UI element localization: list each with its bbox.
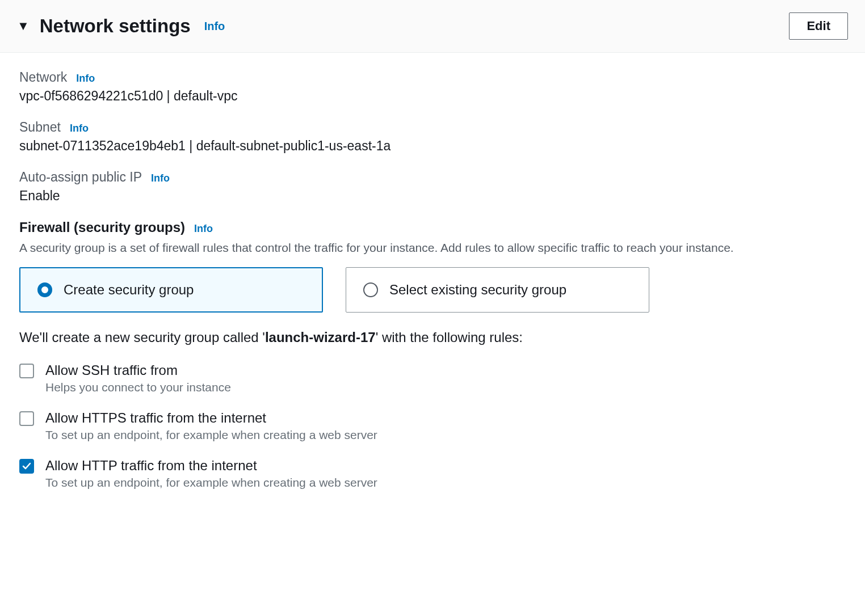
field-value-auto-ip: Enable [19,188,846,204]
field-value-subnet: subnet-0711352ace19b4eb1 | default-subne… [19,138,846,154]
section-content: Network Info vpc-0f5686294221c51d0 | def… [0,53,865,528]
info-link-auto-ip[interactable]: Info [151,172,170,184]
radio-icon [37,282,52,297]
checkbox-allow-https[interactable] [19,411,34,426]
collapse-triangle-icon[interactable]: ▼ [17,20,30,32]
edit-button[interactable]: Edit [789,12,848,40]
sg-create-description: We'll create a new security group called… [19,330,846,345]
field-firewall: Firewall (security groups) Info A securi… [19,220,846,490]
network-settings-panel: ▼ Network settings Info Edit Network Inf… [0,0,865,528]
rule-allow-http: Allow HTTP traffic from the internet To … [19,458,846,490]
radio-label-select: Select existing security group [389,282,566,298]
rule-help-http: To set up an endpoint, for example when … [45,476,377,490]
section-header-left: ▼ Network settings Info [17,15,225,37]
rule-help-https: To set up an endpoint, for example when … [45,428,377,442]
rule-help-ssh: Helps you connect to your instance [45,381,231,394]
section-title: Network settings [40,15,191,37]
field-value-network: vpc-0f5686294221c51d0 | default-vpc [19,88,846,104]
rule-label-ssh: Allow SSH traffic from [45,362,231,378]
firewall-description: A security group is a set of firewall ru… [19,239,825,257]
radio-select-existing-security-group[interactable]: Select existing security group [346,267,649,313]
rule-allow-ssh: Allow SSH traffic from Helps you connect… [19,362,846,394]
checkmark-icon [22,462,31,471]
field-subnet: Subnet Info subnet-0711352ace19b4eb1 | d… [19,120,846,154]
sg-radio-group: Create security group Select existing se… [19,267,846,313]
field-auto-assign-public-ip: Auto-assign public IP Info Enable [19,170,846,204]
radio-label-create: Create security group [64,282,194,298]
field-label-auto-ip: Auto-assign public IP [19,170,142,185]
checkbox-allow-ssh[interactable] [19,364,34,378]
radio-create-security-group[interactable]: Create security group [19,267,323,313]
field-label-network: Network [19,70,67,85]
rule-allow-https: Allow HTTPS traffic from the internet To… [19,410,846,442]
sg-name: launch-wizard-17 [265,330,376,345]
field-network: Network Info vpc-0f5686294221c51d0 | def… [19,70,846,104]
rule-label-http: Allow HTTP traffic from the internet [45,458,377,474]
info-link-network-settings[interactable]: Info [204,20,225,33]
info-link-network[interactable]: Info [76,73,95,85]
radio-icon [363,282,378,297]
field-label-subnet: Subnet [19,120,61,135]
info-link-firewall[interactable]: Info [194,223,213,235]
checkbox-allow-http[interactable] [19,459,34,474]
section-header: ▼ Network settings Info Edit [0,0,865,53]
rule-label-https: Allow HTTPS traffic from the internet [45,410,377,426]
info-link-subnet[interactable]: Info [70,123,89,134]
firewall-heading: Firewall (security groups) [19,220,185,235]
